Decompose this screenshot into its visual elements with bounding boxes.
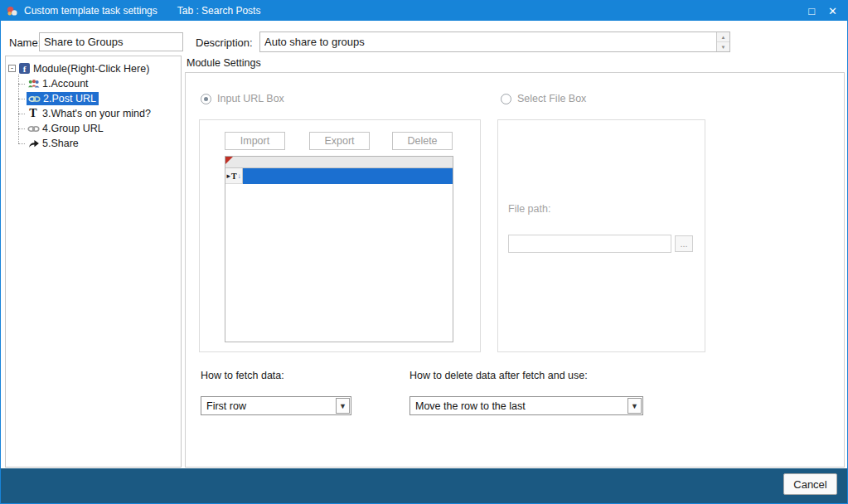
spinner-up-icon[interactable]: ▲ (717, 32, 729, 42)
footer-bar: Cancel (1, 468, 847, 503)
tree-item-share[interactable]: 5.Share (20, 136, 178, 151)
delete-button[interactable]: Delete (392, 132, 453, 150)
link-icon (27, 95, 41, 103)
file-path-label: File path: (508, 203, 550, 215)
cell-type-icon: T (231, 172, 237, 181)
description-spinner: ▲ ▼ (716, 32, 729, 51)
chevron-down-icon[interactable]: ▼ (628, 398, 642, 414)
close-button[interactable]: ✕ (828, 6, 837, 17)
tree-item-whats-on-your-mind[interactable]: T 3.What's on your mind? (20, 106, 178, 121)
tree-item-post-url[interactable]: 2.Post URL (20, 91, 178, 106)
tree-item-label: 2.Post URL (43, 93, 96, 104)
description-label: Description: (196, 36, 253, 49)
tree-connector (18, 84, 25, 85)
input-url-radio-label[interactable]: Input URL Box (217, 93, 284, 104)
tree-item-label: 5.Share (42, 138, 79, 149)
input-url-group: Import Export Delete ▸T↓ (199, 119, 481, 352)
tree-item-label: 4.Group URL (42, 123, 104, 134)
delete-mode-select[interactable]: Move the row to the last ▼ (409, 396, 643, 415)
titlebar[interactable]: Custom template task settings Tab : Sear… (1, 1, 847, 21)
fetch-mode-value: First row (201, 397, 335, 414)
spinner-down-icon[interactable]: ▼ (717, 42, 729, 51)
text-icon: T (27, 109, 40, 119)
file-path-input[interactable] (508, 235, 671, 253)
tree-collapse-toggle[interactable]: - (8, 65, 16, 72)
grid-header (225, 157, 453, 168)
users-icon (27, 79, 40, 89)
select-file-group: File path: ... (497, 119, 705, 352)
titlebar-tab-label: Tab : Search Posts (177, 5, 261, 17)
export-button[interactable]: Export (309, 132, 370, 150)
tree-root-module[interactable]: - f Module(Right-Click Here) (8, 61, 178, 76)
url-data-grid[interactable]: ▸T↓ (225, 156, 453, 342)
name-input[interactable] (39, 32, 183, 51)
name-label: Name: (9, 36, 41, 49)
dialog-window: Custom template task settings Tab : Sear… (0, 0, 848, 504)
module-tree: - f Module(Right-Click Here) 1.Accou (5, 56, 182, 468)
browse-button[interactable]: ... (675, 235, 693, 252)
facebook-icon: f (19, 63, 30, 74)
description-input[interactable] (260, 32, 716, 51)
fetch-mode-label: How to fetch data: (201, 370, 284, 381)
tree-connector (18, 114, 25, 114)
tree-connector (18, 128, 25, 129)
tree-connector (18, 99, 25, 99)
row-marker-cell: ▸T↓ (225, 168, 243, 184)
selected-cell[interactable] (243, 168, 453, 184)
description-field: ▲ ▼ (259, 32, 730, 52)
tree-connector (18, 143, 25, 144)
select-file-radio[interactable] (501, 94, 511, 104)
window-title: Custom template task settings (24, 5, 157, 17)
select-file-box-option: Select File Box (501, 93, 586, 104)
chevron-down-icon[interactable]: ▼ (336, 398, 350, 414)
fetch-mode-select[interactable]: First row ▼ (201, 396, 351, 415)
cell-insert-arrow-icon: ↓ (238, 172, 241, 180)
tree-root-label: Module(Right-Click Here) (33, 63, 149, 75)
input-url-radio[interactable] (201, 94, 211, 104)
maximize-button[interactable]: □ (808, 6, 815, 17)
share-arrow-icon (27, 139, 40, 148)
delete-mode-label: How to delete data after fetch and use: (409, 370, 588, 381)
module-settings-panel: Input URL Box Select File Box Import Exp… (185, 72, 845, 468)
delete-mode-value: Move the row to the last (410, 397, 627, 414)
grid-corner-marker-icon (225, 157, 233, 164)
chain-icon (27, 125, 40, 133)
tree-item-label: 1.Account (42, 78, 89, 90)
import-button[interactable]: Import (225, 132, 285, 150)
tree-item-account[interactable]: 1.Account (20, 76, 178, 91)
cancel-button[interactable]: Cancel (783, 473, 837, 495)
grid-selected-row[interactable]: ▸T↓ (225, 168, 453, 184)
tree-item-label: 3.What's on your mind? (42, 108, 151, 119)
input-url-box-option: Input URL Box (201, 93, 284, 104)
tree-item-group-url[interactable]: 4.Group URL (20, 121, 178, 136)
app-icon (6, 5, 18, 17)
select-file-radio-label[interactable]: Select File Box (517, 93, 586, 104)
row-marker-icon: ▸ (226, 172, 230, 180)
module-settings-title: Module Settings (187, 57, 261, 69)
